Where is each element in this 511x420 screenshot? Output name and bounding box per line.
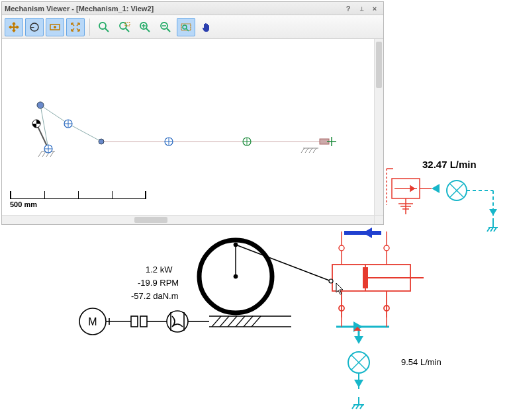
flow-lower-readout: 9.54 L/min	[401, 357, 441, 367]
svg-line-77	[252, 316, 261, 327]
svg-line-76	[244, 316, 253, 327]
svg-line-74	[228, 316, 237, 327]
svg-rect-63	[131, 316, 138, 327]
flow-upper-readout: 32.47 L/min	[422, 159, 477, 170]
svg-rect-64	[140, 316, 147, 327]
svg-line-75	[236, 316, 245, 327]
speed-readout: -19.9 RPM	[138, 278, 179, 288]
svg-point-50	[339, 245, 344, 251]
svg-line-72	[212, 316, 221, 327]
svg-rect-54	[363, 267, 368, 288]
svg-point-51	[384, 245, 389, 251]
torque-readout: -57.2 daN.m	[131, 291, 179, 301]
svg-point-66	[167, 311, 188, 332]
power-readout: 1.2 kW	[146, 265, 172, 274]
svg-text:M: M	[88, 316, 97, 327]
svg-point-83	[329, 279, 333, 283]
svg-line-73	[220, 316, 229, 327]
svg-line-82	[236, 245, 331, 281]
